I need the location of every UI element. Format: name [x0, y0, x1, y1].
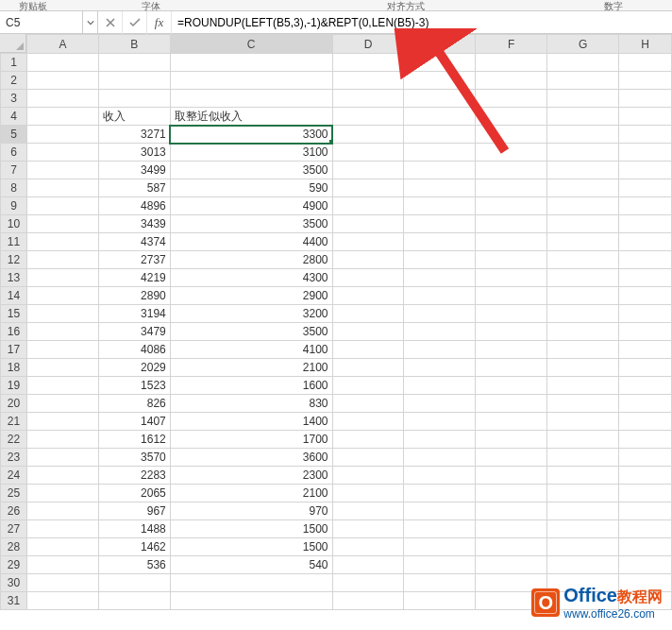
cell-G10[interactable] — [547, 215, 619, 233]
row-header-30[interactable]: 30 — [1, 574, 27, 592]
cell-H6[interactable] — [619, 144, 672, 162]
cell-A5[interactable] — [26, 126, 98, 144]
cell-A25[interactable] — [26, 485, 98, 502]
cell-B17[interactable]: 4086 — [98, 341, 170, 359]
row-header-24[interactable]: 24 — [1, 467, 27, 485]
row-header-11[interactable]: 11 — [1, 233, 27, 251]
row-header-9[interactable]: 9 — [1, 197, 27, 215]
cell-F17[interactable] — [476, 341, 547, 359]
cell-D23[interactable] — [332, 449, 404, 467]
column-header-F[interactable]: F — [476, 35, 547, 54]
cell-E16[interactable] — [404, 323, 476, 341]
cell-B22[interactable]: 1612 — [98, 431, 170, 449]
row-header-3[interactable]: 3 — [1, 90, 27, 108]
cell-E17[interactable] — [404, 341, 476, 359]
cell-H3[interactable] — [619, 90, 672, 108]
row-header-7[interactable]: 7 — [1, 162, 27, 179]
cell-E25[interactable] — [404, 485, 476, 502]
cell-A1[interactable] — [26, 54, 98, 72]
cell-C23[interactable]: 3600 — [170, 449, 332, 467]
cell-C26[interactable]: 970 — [170, 502, 332, 520]
row-header-4[interactable]: 4 — [1, 108, 27, 126]
cell-D12[interactable] — [332, 251, 404, 269]
row-header-19[interactable]: 19 — [1, 377, 27, 395]
cell-D31[interactable] — [332, 592, 404, 610]
cell-D9[interactable] — [332, 197, 404, 215]
cell-B2[interactable] — [98, 72, 170, 90]
row-header-10[interactable]: 10 — [1, 215, 27, 233]
formula-input[interactable]: =ROUNDUP(LEFT(B5,3),-1)&REPT(0,LEN(B5)-3… — [172, 11, 672, 33]
cell-F2[interactable] — [476, 72, 547, 90]
cell-F19[interactable] — [476, 377, 547, 395]
cell-F12[interactable] — [476, 251, 547, 269]
cell-A24[interactable] — [26, 467, 98, 485]
cell-H5[interactable] — [619, 126, 672, 144]
cell-B18[interactable]: 2029 — [98, 359, 170, 377]
cell-A31[interactable] — [26, 592, 98, 610]
cell-B11[interactable]: 4374 — [98, 233, 170, 251]
cell-H10[interactable] — [619, 215, 672, 233]
cell-A8[interactable] — [26, 179, 98, 197]
cell-B12[interactable]: 2737 — [98, 251, 170, 269]
cell-F26[interactable] — [476, 502, 547, 520]
cell-F23[interactable] — [476, 449, 547, 467]
cell-C14[interactable]: 2900 — [170, 287, 332, 305]
cell-A10[interactable] — [26, 215, 98, 233]
cell-C11[interactable]: 4400 — [170, 233, 332, 251]
cell-G23[interactable] — [547, 449, 619, 467]
row-header-12[interactable]: 12 — [1, 251, 27, 269]
cell-D25[interactable] — [332, 485, 404, 502]
cell-D20[interactable] — [332, 395, 404, 413]
cell-H15[interactable] — [619, 305, 672, 323]
cell-C6[interactable]: 3100 — [170, 144, 332, 162]
cell-B16[interactable]: 3479 — [98, 323, 170, 341]
column-header-B[interactable]: B — [98, 35, 170, 54]
cell-B20[interactable]: 826 — [98, 395, 170, 413]
cell-G20[interactable] — [547, 395, 619, 413]
cell-C8[interactable]: 590 — [170, 179, 332, 197]
row-header-18[interactable]: 18 — [1, 359, 27, 377]
cell-F3[interactable] — [476, 90, 547, 108]
row-header-28[interactable]: 28 — [1, 538, 27, 556]
cell-A6[interactable] — [26, 144, 98, 162]
cell-A15[interactable] — [26, 305, 98, 323]
cell-F9[interactable] — [476, 197, 547, 215]
cell-F29[interactable] — [476, 556, 547, 574]
cell-G4[interactable] — [547, 108, 619, 126]
cell-C16[interactable]: 3500 — [170, 323, 332, 341]
cell-E15[interactable] — [404, 305, 476, 323]
insert-function-button[interactable]: fx — [147, 11, 172, 34]
cell-E6[interactable] — [404, 144, 476, 162]
cell-H2[interactable] — [619, 72, 672, 90]
cell-D2[interactable] — [332, 72, 404, 90]
cell-A7[interactable] — [26, 162, 98, 179]
cell-E8[interactable] — [404, 179, 476, 197]
enter-formula-button[interactable] — [123, 11, 147, 34]
cell-B10[interactable]: 3439 — [98, 215, 170, 233]
cell-E22[interactable] — [404, 431, 476, 449]
row-header-21[interactable]: 21 — [1, 413, 27, 431]
cell-B26[interactable]: 967 — [98, 502, 170, 520]
cell-F14[interactable] — [476, 287, 547, 305]
column-header-D[interactable]: D — [332, 35, 404, 54]
cell-C1[interactable] — [170, 54, 332, 72]
cell-B7[interactable]: 3499 — [98, 162, 170, 179]
cell-E27[interactable] — [404, 520, 476, 538]
column-header-C[interactable]: C — [170, 35, 332, 54]
cell-C9[interactable]: 4900 — [170, 197, 332, 215]
cell-E26[interactable] — [404, 502, 476, 520]
cell-G12[interactable] — [547, 251, 619, 269]
cell-F20[interactable] — [476, 395, 547, 413]
cell-D8[interactable] — [332, 179, 404, 197]
cell-E12[interactable] — [404, 251, 476, 269]
cell-G15[interactable] — [547, 305, 619, 323]
cell-D3[interactable] — [332, 90, 404, 108]
row-header-27[interactable]: 27 — [1, 520, 27, 538]
column-header-E[interactable]: E — [404, 35, 476, 54]
cell-G17[interactable] — [547, 341, 619, 359]
cell-G19[interactable] — [547, 377, 619, 395]
row-header-23[interactable]: 23 — [1, 449, 27, 467]
cell-E29[interactable] — [404, 556, 476, 574]
cell-H11[interactable] — [619, 233, 672, 251]
cell-E24[interactable] — [404, 467, 476, 485]
